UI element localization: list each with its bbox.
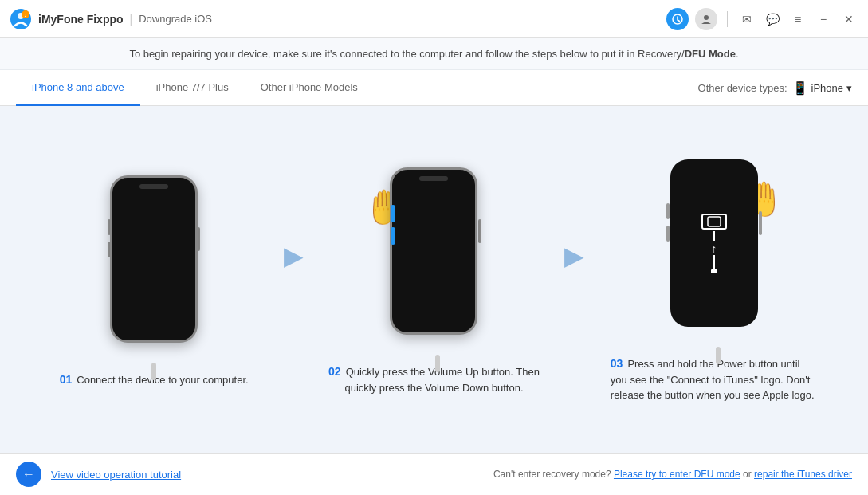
tabs-row: iPhone 8 and above iPhone 7/7 Plus Other… bbox=[0, 70, 868, 106]
itunes-screen: ↑ bbox=[670, 159, 758, 327]
hint-or: or bbox=[743, 469, 754, 480]
back-icon: ← bbox=[22, 467, 35, 481]
device-type-select[interactable]: 📱 iPhone ▾ bbox=[792, 81, 852, 96]
mail-icon-btn[interactable]: ✉ bbox=[737, 10, 756, 29]
step-1-text: Connect the device to your computer. bbox=[77, 374, 248, 386]
phone-cable-3 bbox=[716, 347, 721, 364]
phone-frame-1 bbox=[110, 175, 198, 343]
itunes-driver-link[interactable]: repair the iTunes driver bbox=[754, 469, 852, 480]
step-3-phone: 🤚 ↑ bbox=[658, 155, 770, 347]
menu-icon-btn[interactable]: ≡ bbox=[788, 10, 807, 29]
device-name-label: iPhone bbox=[811, 82, 843, 94]
minimize-button[interactable]: − bbox=[814, 10, 833, 29]
tab-other-iphone[interactable]: Other iPhone Models bbox=[245, 70, 374, 106]
step-2-phone: 🤚 bbox=[378, 163, 489, 355]
chat-icon-btn[interactable]: 💬 bbox=[763, 10, 782, 29]
app-name: iMyFone Fixppo bbox=[38, 13, 124, 26]
itunes-connect-visual: ↑ bbox=[701, 214, 727, 273]
svg-point-5 bbox=[704, 15, 709, 20]
itunes-plug-icon bbox=[711, 269, 717, 273]
tutorial-link[interactable]: View video operation tutorial bbox=[51, 469, 181, 481]
device-phone-icon: 📱 bbox=[792, 81, 808, 96]
app-logo: ♪ bbox=[10, 8, 32, 30]
step-2-num: 02 bbox=[328, 365, 341, 378]
step-3-num: 03 bbox=[611, 357, 623, 370]
side-btn-left-3 bbox=[666, 203, 670, 219]
step-1-phone bbox=[106, 171, 202, 363]
user-icon-btn[interactable] bbox=[695, 8, 717, 30]
phone-cable-1 bbox=[151, 363, 156, 380]
dropdown-arrow-icon: ▾ bbox=[846, 82, 852, 94]
side-btn-right-3 bbox=[759, 211, 762, 235]
titlebar: ♪ iMyFone Fixppo | Downgrade iOS ✉ 💬 ≡ −… bbox=[0, 0, 868, 38]
svg-text:♪: ♪ bbox=[24, 12, 27, 18]
dfu-highlight: DFU Mode bbox=[685, 48, 736, 60]
other-device-label: Other device types: bbox=[698, 82, 787, 94]
step-3-desc: 03Press and hold the Power button until … bbox=[603, 356, 826, 403]
dfu-mode-link[interactable]: Please try to enter DFU mode bbox=[614, 469, 740, 480]
side-btn-right-2 bbox=[478, 219, 481, 243]
step-2-desc: 02Quickly press the Volume Up button. Th… bbox=[312, 364, 556, 395]
steps-area: 01Connect the device to your computer. ▶… bbox=[0, 106, 868, 453]
main-content: To begin repairing your device, make sur… bbox=[0, 38, 868, 495]
notice-bar: To begin repairing your device, make sur… bbox=[0, 38, 868, 70]
step-3-text: Press and hold the Power button until yo… bbox=[611, 358, 815, 401]
itunes-cable-line bbox=[713, 255, 715, 269]
side-btn-left2-3 bbox=[666, 226, 670, 242]
step-3-block: 🤚 ↑ bbox=[592, 155, 836, 403]
titlebar-divider bbox=[727, 11, 728, 27]
update-icon-btn[interactable] bbox=[666, 8, 689, 30]
volume-down-btn bbox=[391, 227, 395, 245]
title-separator: | bbox=[130, 13, 133, 26]
itunes-box-icon bbox=[701, 214, 727, 230]
arrow-2: ▶ bbox=[564, 241, 584, 319]
phone-frame-2 bbox=[390, 167, 477, 335]
volume-up-btn bbox=[391, 205, 395, 222]
step-2-text: Quickly press the Volume Up button. Then… bbox=[344, 366, 539, 394]
bottom-hint: Can't enter recovery mode? Please try to… bbox=[493, 469, 852, 480]
hint-prefix: Can't enter recovery mode? bbox=[493, 469, 611, 480]
tab-iphone7[interactable]: iPhone 7/7 Plus bbox=[140, 70, 245, 106]
tab-iphone8-above[interactable]: iPhone 8 and above bbox=[16, 70, 140, 106]
other-device-types: Other device types: 📱 iPhone ▾ bbox=[698, 81, 852, 96]
step-1-num: 01 bbox=[60, 373, 73, 386]
page-subtitle: Downgrade iOS bbox=[139, 13, 212, 25]
phone-cable-2 bbox=[435, 355, 440, 372]
itunes-connector-line bbox=[713, 231, 715, 241]
step-2-block: 🤚 02Quickly press the Volume Up button. … bbox=[312, 163, 556, 395]
step-1-block: 01Connect the device to your computer. bbox=[32, 171, 276, 388]
titlebar-icons: ✉ 💬 ≡ − ✕ bbox=[666, 8, 858, 30]
arrow-1: ▶ bbox=[284, 241, 304, 319]
notice-text: To begin repairing your device, make sur… bbox=[129, 48, 738, 60]
up-arrow-icon: ↑ bbox=[711, 242, 717, 255]
back-button[interactable]: ← bbox=[16, 462, 41, 487]
svg-rect-6 bbox=[708, 217, 721, 226]
bottom-bar: ← View video operation tutorial Can't en… bbox=[0, 453, 868, 495]
close-button[interactable]: ✕ bbox=[839, 10, 858, 29]
